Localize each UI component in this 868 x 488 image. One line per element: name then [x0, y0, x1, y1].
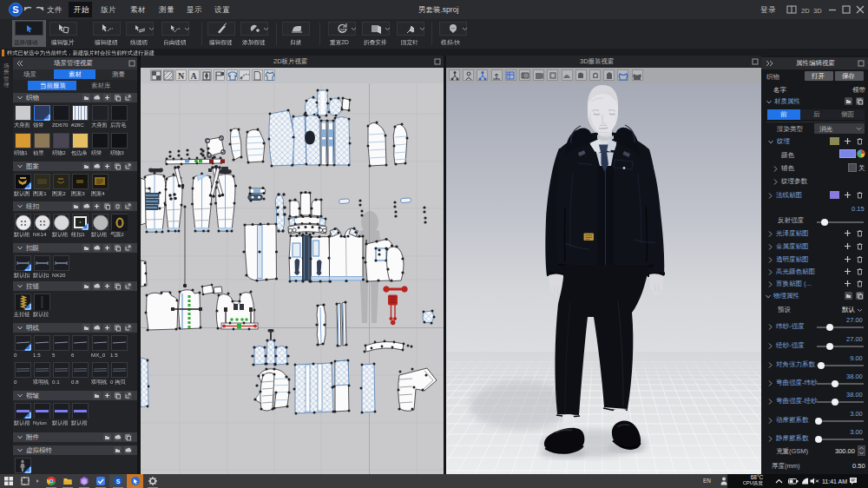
- svg-text:2D: 2D: [339, 28, 346, 33]
- svg-text:3D: 3D: [813, 7, 822, 15]
- svg-text:N: N: [178, 71, 185, 81]
- svg-text:S: S: [12, 4, 18, 15]
- svg-text:S: S: [116, 478, 121, 485]
- svg-text:2D: 2D: [801, 7, 810, 15]
- svg-text:A: A: [191, 71, 198, 81]
